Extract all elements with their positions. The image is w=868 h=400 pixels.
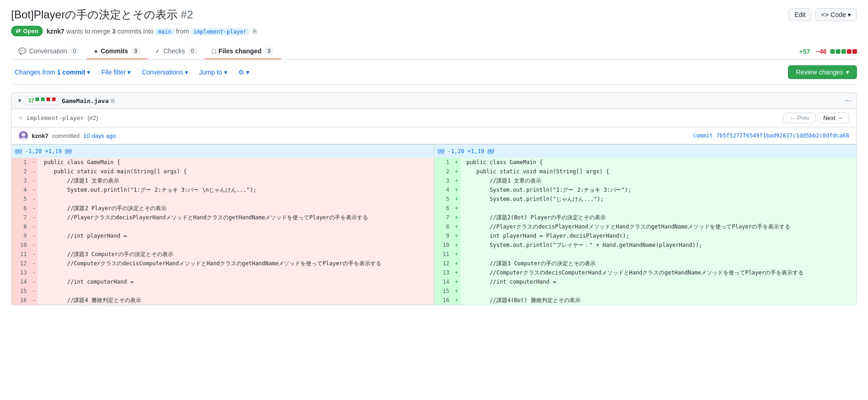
split-diff: @@ -1,20 +1,19 @@1- public class GameMai… <box>11 144 857 305</box>
author-avatar <box>19 131 28 140</box>
avatar-image <box>19 131 28 140</box>
changes-from-filter[interactable]: Changes from 1 commit ▾ <box>11 67 94 78</box>
settings-chevron: ▾ <box>246 69 249 76</box>
edit-button[interactable]: Edit <box>788 8 811 21</box>
svg-point-1 <box>22 133 25 137</box>
file-filter-chevron: ▾ <box>127 69 131 76</box>
checks-icon: ✓ <box>155 47 161 55</box>
commits-count: 3 <box>131 47 141 55</box>
branch-icon: ⑂ <box>19 114 23 121</box>
review-changes-chevron: ▾ <box>846 69 849 76</box>
file-change-count: 37 <box>25 97 59 105</box>
commit-hash: commit 7b5f5277f6549f1bad92837c1dd5bb2c8… <box>693 132 849 139</box>
conversation-icon: 💬 <box>18 47 26 55</box>
commits-icon: ● <box>94 47 98 55</box>
file-filter-button[interactable]: File filter ▾ <box>98 67 134 78</box>
file-header: ▼ 37 GameMain.java ⎘ ··· <box>11 93 857 109</box>
diff-left-table: @@ -1,20 +1,19 @@1- public class GameMai… <box>11 145 434 305</box>
pr-title: [Bot]Playerの手の決定とその表示 #2 <box>11 7 193 22</box>
commit-branch-info: ⑂ implement-player (#2) ← Prev Next → <box>11 109 857 127</box>
checks-count: 0 <box>188 47 197 55</box>
diff-right-pane: @@ -1,20 +1,19 @@1+ public class GameMai… <box>434 145 857 305</box>
open-status-badge: ⇄ Open <box>11 26 43 36</box>
conversations-chevron: ▾ <box>185 69 188 76</box>
files-icon: □ <box>212 47 216 55</box>
tab-conversation[interactable]: 💬 Conversation 0 <box>11 44 86 59</box>
diff-right-table: @@ -1,20 +1,19 @@1+ public class GameMai… <box>434 145 857 305</box>
diff-remove-count: −46 <box>816 48 827 55</box>
tab-commits[interactable]: ● Commits 3 <box>86 44 148 59</box>
tab-checks[interactable]: ✓ Checks 0 <box>148 44 204 59</box>
gear-icon: ⚙ <box>238 69 244 76</box>
author-name: kznk7 <box>32 132 48 139</box>
copy-filename-button[interactable]: ⎘ <box>111 97 115 104</box>
diff-add-count: +57 <box>799 48 811 55</box>
conversation-count: 0 <box>70 47 80 55</box>
chevron-down-icon: ▾ <box>848 11 851 18</box>
file-options-button[interactable]: ··· <box>845 97 851 105</box>
review-changes-button[interactable]: Review changes ▾ <box>788 65 857 79</box>
prev-file-button[interactable]: ← Prev <box>783 113 815 123</box>
head-branch-link[interactable]: implement-player <box>191 28 250 35</box>
changes-from-chevron: ▾ <box>87 69 90 76</box>
tab-files-changed[interactable]: □ Files changed 3 <box>205 44 282 59</box>
branch-name: implement-player <box>26 114 84 121</box>
file-name: GameMain.java <box>62 97 109 104</box>
settings-filter[interactable]: ⚙ ▾ <box>235 67 253 78</box>
author-commit-info: kznk7 committed 10 days ago commit 7b5f5… <box>11 127 857 144</box>
conversations-filter[interactable]: Conversations ▾ <box>138 67 192 78</box>
merge-icon: ⇄ <box>16 28 21 34</box>
pr-number: #2 <box>181 8 193 21</box>
files-count: 3 <box>264 47 274 55</box>
jump-to-filter[interactable]: Jump to ▾ <box>195 67 231 78</box>
file-toggle-button[interactable]: ▼ <box>17 97 23 104</box>
diff-left-pane: @@ -1,20 +1,19 @@1- public class GameMai… <box>11 145 434 305</box>
file-diff-container: ▼ 37 GameMain.java ⎘ ··· ⑂ implement-pla… <box>11 92 857 305</box>
code-button[interactable]: <> Code ▾ <box>815 8 857 21</box>
next-file-button[interactable]: Next → <box>817 113 849 123</box>
jump-to-chevron: ▾ <box>224 69 227 76</box>
pr-subtitle-text: kznk7 wants to merge 3 commits into main… <box>46 28 249 35</box>
diff-squares <box>830 49 857 54</box>
commit-time: 10 days ago <box>83 132 116 139</box>
base-branch-link[interactable]: main <box>155 28 174 35</box>
code-icon: <> <box>821 11 828 18</box>
copy-branch-icon[interactable]: ⎘ <box>253 28 257 35</box>
